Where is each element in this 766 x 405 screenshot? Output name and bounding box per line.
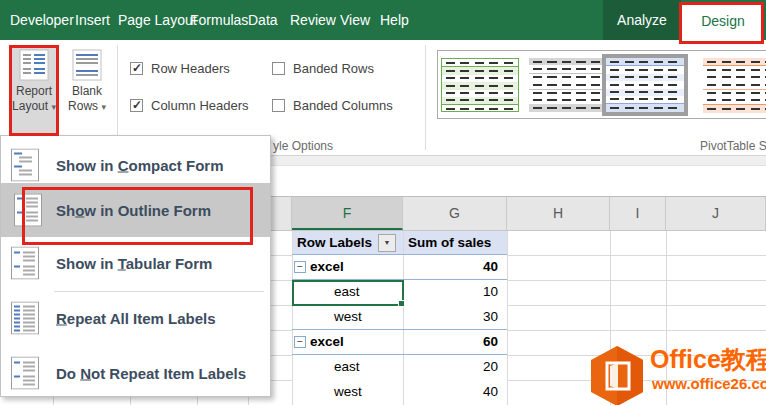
pivot-group-value: 40 — [483, 259, 498, 274]
pivot-border — [292, 329, 507, 330]
pivot-item-value: 20 — [483, 359, 498, 374]
pivot-style-swatch-gray[interactable] — [529, 58, 607, 112]
excel-window: Developer Insert Page Layout Formulas Da… — [0, 0, 766, 405]
pivot-row-labels-header[interactable]: Row Labels — [297, 235, 372, 250]
tab-review[interactable]: Review — [290, 0, 336, 40]
ribbon-group-separator — [425, 45, 426, 150]
tab-page-layout[interactable]: Page Layout — [118, 0, 197, 40]
checkbox-icon[interactable] — [272, 99, 285, 112]
checkbox-icon[interactable]: ✓ — [130, 99, 143, 112]
checkbox-label: Column Headers — [151, 99, 249, 113]
menu-separator — [54, 291, 264, 292]
pivot-group-value: 60 — [483, 334, 498, 349]
menu-item-tabular-form[interactable]: Show in Tabular Form — [1, 240, 270, 286]
blank-rows-label-line1: Blank — [63, 84, 111, 99]
column-header-i[interactable]: I — [610, 197, 666, 230]
blank-rows-label-line2: Rows ▾ — [63, 99, 111, 115]
pivot-header-row[interactable]: Row Labels ▼ Sum of sales — [292, 231, 507, 255]
watermark-title: Office教程网 — [650, 343, 766, 376]
blank-rows-button[interactable]: Blank Rows ▾ — [63, 46, 111, 134]
dropdown-caret-icon: ▾ — [101, 102, 106, 112]
tab-help[interactable]: Help — [380, 0, 409, 40]
pivot-values-header[interactable]: Sum of sales — [408, 235, 491, 250]
pivot-group-label: excel — [310, 334, 344, 349]
watermark: Office教程网 www.office26.com — [588, 343, 766, 405]
pivot-border — [292, 354, 507, 355]
checkbox-icon[interactable] — [272, 62, 285, 75]
annotation-rect-outline-form — [22, 187, 253, 245]
gridline — [292, 231, 293, 405]
gridline — [507, 231, 508, 405]
checkbox-icon[interactable]: ✓ — [130, 62, 143, 75]
tab-developer[interactable]: Developer — [10, 0, 74, 40]
menu-item-do-not-repeat-item-labels[interactable]: Do Not Repeat Item Labels — [1, 350, 270, 396]
collapse-button-icon[interactable]: − — [294, 261, 306, 273]
tab-data[interactable]: Data — [248, 0, 278, 40]
pivot-item-label: west — [334, 309, 362, 324]
tabular-form-icon — [11, 247, 39, 280]
group-label-style-options: yle Options — [273, 139, 333, 153]
pivot-item-label: west — [334, 384, 362, 399]
pivot-item-label: east — [334, 359, 360, 374]
fill-handle[interactable] — [398, 300, 405, 307]
ribbon-tab-bar: Developer Insert Page Layout Formulas Da… — [0, 0, 766, 40]
pivot-style-swatch-selected-frame — [602, 54, 688, 116]
pivot-group-label: excel — [310, 259, 344, 274]
checkbox-label: Row Headers — [151, 62, 230, 76]
annotation-rect-report-layout — [9, 45, 59, 136]
office-logo-icon — [588, 345, 646, 405]
selected-cell-outline[interactable] — [292, 280, 404, 306]
pivot-item-value: 40 — [483, 384, 498, 399]
compact-form-icon — [11, 149, 39, 182]
watermark-url: www.office26.com — [652, 375, 766, 392]
collapse-button-icon[interactable]: − — [294, 336, 306, 348]
annotation-rect-design-tab — [679, 2, 764, 44]
pivot-style-swatch-blue-selected[interactable] — [606, 58, 684, 112]
no-repeat-labels-icon — [11, 357, 39, 390]
pivot-item-value: 30 — [483, 309, 498, 324]
pivot-row-item[interactable]: east 20 — [292, 355, 507, 380]
repeat-labels-icon — [11, 302, 39, 335]
checkbox-label: Banded Rows — [293, 62, 374, 76]
column-header-e-sliver[interactable] — [270, 197, 292, 230]
tab-analyze[interactable]: Analyze — [603, 0, 681, 40]
filter-dropdown-button[interactable]: ▼ — [378, 234, 396, 252]
column-header-g[interactable]: G — [403, 197, 507, 230]
pivot-border — [292, 254, 507, 255]
menu-item-compact-form[interactable]: Show in Compact Form — [1, 142, 270, 188]
pivot-row-item[interactable]: west 40 — [292, 380, 507, 405]
pivot-row-group[interactable]: − excel 40 — [292, 255, 507, 280]
report-layout-dropdown-menu: Show in Compact Form Show in Outline For… — [0, 135, 271, 397]
checkbox-label: Banded Columns — [293, 99, 393, 113]
pivot-row-group[interactable]: − excel 60 — [292, 330, 507, 355]
blank-rows-icon — [72, 49, 102, 81]
pivot-style-swatch-orange[interactable] — [703, 58, 766, 112]
column-header-f[interactable]: F — [292, 197, 403, 230]
column-header-j[interactable]: J — [666, 197, 766, 230]
pivot-style-swatch-green[interactable] — [441, 58, 519, 112]
tab-insert[interactable]: Insert — [75, 0, 110, 40]
tab-view[interactable]: View — [340, 0, 370, 40]
pivot-row-item[interactable]: west 30 — [292, 305, 507, 330]
column-header-h[interactable]: H — [507, 197, 610, 230]
menu-item-repeat-all-item-labels[interactable]: Repeat All Item Labels — [1, 295, 270, 341]
group-label-pivot-styles: PivotTable S — [700, 139, 766, 153]
gridline — [403, 231, 404, 405]
tab-formulas[interactable]: Formulas — [190, 0, 248, 40]
pivot-styles-gallery — [437, 50, 766, 119]
pivot-item-value: 10 — [483, 284, 498, 299]
